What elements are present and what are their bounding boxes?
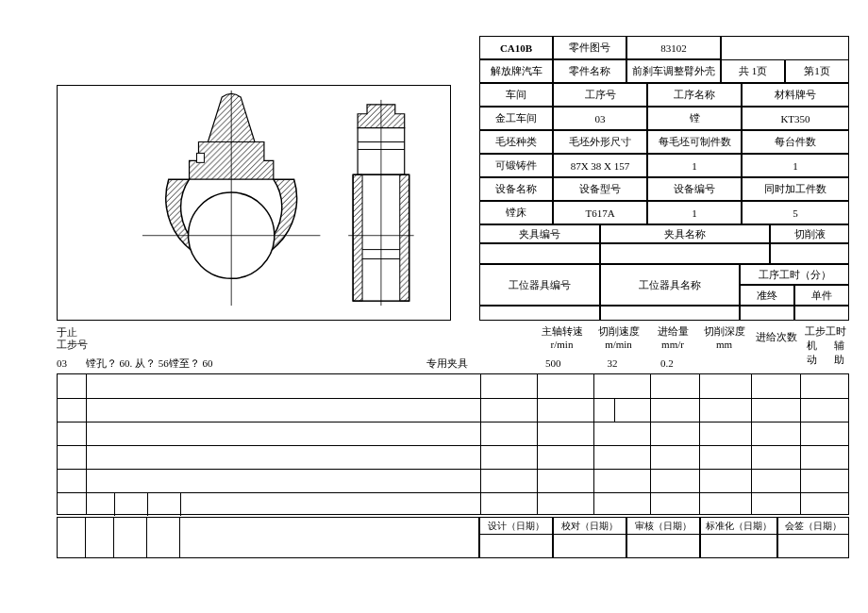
final-label: 准终 xyxy=(740,285,794,306)
blank-type: 可锻铸件 xyxy=(479,154,553,177)
row-cutspeed: 32 xyxy=(584,357,641,369)
simul: 5 xyxy=(742,201,849,224)
part-draw-no: 83102 xyxy=(626,36,721,59)
devmodel: T617A xyxy=(553,201,647,224)
per-machine: 1 xyxy=(742,154,849,177)
blank-top xyxy=(721,36,849,59)
fixturename-val xyxy=(600,243,770,264)
cutspeed-unit: m/min xyxy=(593,339,644,350)
depth-hdr: 切削深度 mm xyxy=(698,324,750,350)
devno: 1 xyxy=(647,201,742,224)
footer-standard-label: 标准化（日期） xyxy=(701,518,776,535)
toolname-label: 工位器具名称 xyxy=(600,264,740,306)
blank-dim: 87X 38 X 157 xyxy=(553,154,647,177)
procno-label: 工序号 xyxy=(553,83,647,107)
footer-sign: 会签（日期） xyxy=(777,517,849,558)
unit-label: 单件 xyxy=(794,285,849,306)
page-current: 第1页 xyxy=(785,59,849,83)
workshop-label: 车间 xyxy=(479,83,553,107)
footer-sign-label: 会签（日期） xyxy=(778,518,848,535)
passes-hdr: 进给次数 xyxy=(753,330,800,344)
footer-check-label: 校对（日期） xyxy=(554,518,626,535)
blank-dim-label: 毛坯外形尺寸 xyxy=(553,130,647,154)
coolant-val xyxy=(770,243,849,264)
material: KT350 xyxy=(742,107,849,130)
footer-design: 设计（日期） xyxy=(479,517,553,558)
footer-row: 设计（日期） 校对（日期） 审核（日期） 标准化（日期） 会签（日期） xyxy=(479,517,849,558)
proctime-label: 工序工时（分） xyxy=(740,264,849,285)
per-machine-label: 每台件数 xyxy=(742,130,849,154)
footer-left xyxy=(57,517,479,558)
feed-hdr: 进给量 mm/r xyxy=(649,324,696,350)
part-name-label: 零件名称 xyxy=(553,59,626,83)
workshop: 金工车间 xyxy=(479,107,553,130)
simul-label: 同时加工件数 xyxy=(742,177,849,201)
blank-type-label: 毛坯种类 xyxy=(479,130,553,154)
procno: 03 xyxy=(553,107,647,130)
row-feed: 0.2 xyxy=(643,357,691,369)
part-drawing-svg xyxy=(58,86,450,320)
step-no-header: 于止 工步号 xyxy=(57,326,88,351)
depth-unit: mm xyxy=(698,339,750,350)
fixturename-label: 夹具名称 xyxy=(600,224,770,243)
footer-review: 审核（日期） xyxy=(626,517,700,558)
final-val xyxy=(740,306,794,321)
procname: 镗 xyxy=(647,107,742,130)
procname-label: 工序名称 xyxy=(647,83,742,107)
spindle-label: 主轴转速 xyxy=(536,324,588,339)
spindle-hdr: 主轴转速 r/min xyxy=(536,324,588,350)
row-fixture: 专用夹具 xyxy=(372,356,523,371)
toolno-label: 工位器具编号 xyxy=(479,264,600,306)
cutspeed-hdr: 切削速度 m/min xyxy=(593,324,644,350)
row-no: 03 xyxy=(57,357,83,369)
fixtureno-val xyxy=(479,243,600,264)
feed-label: 进给量 xyxy=(649,324,696,339)
page-total: 共 1页 xyxy=(721,59,785,83)
footer-standard: 标准化（日期） xyxy=(700,517,777,558)
cutspeed-label: 切削速度 xyxy=(593,324,644,339)
toolno-val xyxy=(479,306,600,321)
coolant-label: 切削液 xyxy=(770,224,849,243)
model: CA10B xyxy=(479,36,553,59)
feed-unit: mm/r xyxy=(649,339,696,350)
row-spindle: 500 xyxy=(525,357,581,369)
devname: 镗床 xyxy=(479,201,553,224)
step-header-2: 工步号 xyxy=(57,339,88,351)
technical-drawing xyxy=(57,85,451,321)
footer-review-label: 审核（日期） xyxy=(627,518,699,535)
part-draw-no-label: 零件图号 xyxy=(553,36,626,59)
spindle-unit: r/min xyxy=(536,339,588,350)
svg-rect-0 xyxy=(196,153,204,162)
fixtureno-label: 夹具编号 xyxy=(479,224,600,243)
row-desc: 镗孔？ 60. 从？ 56镗至？ 60 xyxy=(86,356,369,371)
footer-design-label: 设计（日期） xyxy=(480,518,552,535)
steptime-label: 工步工时 xyxy=(802,324,849,339)
blank-per: 1 xyxy=(647,154,742,177)
devno-label: 设备编号 xyxy=(647,177,742,201)
vehicle: 解放牌汽车 xyxy=(479,59,553,83)
data-grid xyxy=(57,373,849,515)
step-row: 03 镗孔？ 60. 从？ 56镗至？ 60 专用夹具 500 32 0.2 xyxy=(57,356,849,371)
material-label: 材料牌号 xyxy=(742,83,849,107)
devmodel-label: 设备型号 xyxy=(553,177,647,201)
blank-per-label: 每毛坯可制件数 xyxy=(647,130,742,154)
unit-val xyxy=(794,306,849,321)
footer-check: 校对（日期） xyxy=(553,517,626,558)
step-header-1: 于止 xyxy=(57,326,88,339)
toolname-val xyxy=(600,306,740,321)
part-name: 前刹车调整臂外壳 xyxy=(626,59,721,83)
devname-label: 设备名称 xyxy=(479,177,553,201)
depth-label: 切削深度 xyxy=(698,324,750,339)
